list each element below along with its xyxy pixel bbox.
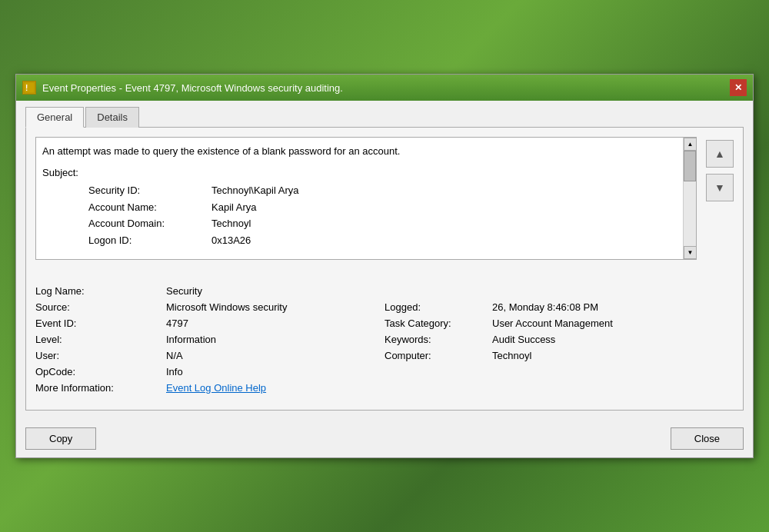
nav-down-button[interactable]: ▼ (706, 174, 734, 201)
scroll-thumb[interactable] (684, 151, 696, 181)
detail-label-keywords: Keywords: (384, 334, 492, 345)
detail-row-6: More Information: Event Log Online Help (35, 380, 734, 396)
window-title: Event Properties - Event 4797, Microsoft… (42, 82, 343, 94)
window-icon: ! (22, 81, 36, 95)
detail-value-opcode: Info (166, 366, 183, 377)
close-title-bar-button[interactable]: ✕ (730, 79, 747, 96)
subject-label-1: Account Name: (88, 200, 211, 215)
copy-button[interactable]: Copy (25, 427, 96, 450)
detail-value-taskcategory: User Account Management (492, 318, 613, 329)
scroll-track[interactable] (684, 151, 696, 246)
detail-value-logged: 26, Monday 8:46:08 PM (492, 301, 598, 313)
detail-right-1: Logged: 26, Monday 8:46:08 PM (384, 301, 734, 313)
window-content: General Details An attempt was made to q… (16, 101, 753, 420)
subject-value-2: Technoyl (211, 216, 251, 231)
detail-label-computer: Computer: (384, 350, 492, 361)
detail-row-4: User: N/A Computer: Technoyl (35, 347, 734, 364)
subject-heading: Subject: (42, 165, 677, 181)
detail-value-eventid: 4797 (166, 318, 188, 329)
subject-label-3: Logon ID: (88, 233, 211, 248)
detail-value-user: N/A (166, 350, 183, 361)
detail-left-6: More Information: Event Log Online Help (35, 382, 734, 394)
event-text-section: An attempt was made to query the existen… (35, 137, 734, 269)
event-text-content: An attempt was made to query the existen… (36, 138, 683, 259)
title-bar-left: ! Event Properties - Event 4797, Microso… (22, 81, 343, 95)
subject-fields: Security ID: Technoyl\Kapil Arya Account… (42, 183, 677, 248)
subject-field-3: Logon ID: 0x13A26 (88, 233, 677, 248)
detail-left-4: User: N/A (35, 350, 384, 361)
event-details: Log Name: Security Source: Microsoft Win… (35, 278, 734, 401)
detail-value-keywords: Audit Success (492, 334, 555, 345)
tab-details[interactable]: Details (85, 107, 139, 128)
detail-value-level: Information (166, 334, 216, 345)
detail-right-2: Task Category: User Account Management (384, 318, 734, 329)
detail-left-3: Level: Information (35, 334, 384, 345)
detail-label-moreinfo: More Information: (35, 382, 166, 394)
detail-row-3: Level: Information Keywords: Audit Succe… (35, 331, 734, 347)
detail-value-computer: Technoyl (492, 350, 531, 361)
subject-label-2: Account Domain: (88, 216, 211, 231)
subject-value-1: Kapil Arya (211, 200, 257, 215)
detail-label-user: User: (35, 350, 166, 361)
detail-label-eventid: Event ID: (35, 318, 166, 329)
detail-left-0: Log Name: Security (35, 285, 734, 297)
detail-left-1: Source: Microsoft Windows security (35, 301, 384, 313)
detail-left-2: Event ID: 4797 (35, 318, 384, 329)
subject-field-2: Account Domain: Technoyl (88, 216, 677, 231)
detail-row-0: Log Name: Security (35, 283, 734, 299)
event-properties-window: ! Event Properties - Event 4797, Microso… (15, 74, 754, 458)
detail-label-logname: Log Name: (35, 285, 166, 297)
detail-right-3: Keywords: Audit Success (384, 334, 734, 345)
scroll-down-button[interactable]: ▼ (684, 246, 697, 259)
tab-content-general: An attempt was made to query the existen… (25, 127, 744, 411)
event-description: An attempt was made to query the existen… (42, 144, 677, 159)
tab-general[interactable]: General (25, 107, 84, 128)
detail-row-5: OpCode: Info (35, 364, 734, 380)
tab-bar: General Details (25, 107, 744, 128)
detail-label-opcode: OpCode: (35, 366, 166, 377)
detail-value-logname: Security (166, 285, 202, 297)
scrollbar[interactable]: ▲ ▼ (683, 138, 696, 259)
event-text-area: An attempt was made to query the existen… (35, 137, 697, 260)
detail-label-level: Level: (35, 334, 166, 345)
detail-label-taskcategory: Task Category: (384, 318, 492, 329)
detail-right-4: Computer: Technoyl (384, 350, 734, 361)
nav-up-button[interactable]: ▲ (706, 140, 734, 168)
detail-label-source: Source: (35, 301, 166, 313)
event-log-online-help-link[interactable]: Event Log Online Help (166, 382, 266, 394)
detail-label-logged: Logged: (384, 301, 492, 313)
subject-field-1: Account Name: Kapil Arya (88, 200, 677, 215)
subject-field-0: Security ID: Technoyl\Kapil Arya (88, 183, 677, 198)
bottom-bar: Copy Close (16, 420, 753, 457)
svg-text:!: ! (25, 84, 28, 92)
detail-left-5: OpCode: Info (35, 366, 734, 377)
subject-label-0: Security ID: (88, 183, 211, 198)
detail-value-source: Microsoft Windows security (166, 301, 287, 313)
subject-value-3: 0x13A26 (211, 233, 251, 248)
title-bar: ! Event Properties - Event 4797, Microso… (16, 75, 753, 101)
nav-arrows: ▲ ▼ (706, 137, 734, 269)
close-button[interactable]: Close (671, 427, 744, 450)
detail-row-2: Event ID: 4797 Task Category: User Accou… (35, 315, 734, 331)
detail-row-1: Source: Microsoft Windows security Logge… (35, 299, 734, 315)
scroll-up-button[interactable]: ▲ (684, 138, 697, 151)
subject-value-0: Technoyl\Kapil Arya (211, 183, 298, 198)
